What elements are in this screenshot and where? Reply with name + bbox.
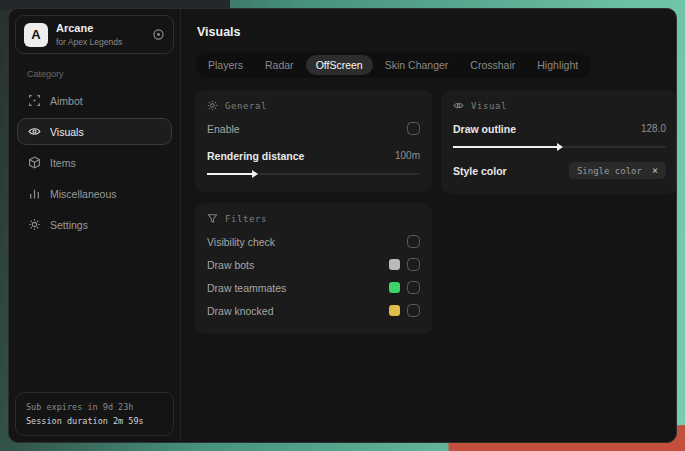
general-card: General Enable Rendering distance 100m xyxy=(195,90,432,192)
visual-card-header: Visual xyxy=(453,100,666,111)
draw-outline-value: 128.0 xyxy=(641,123,666,134)
bars-icon xyxy=(28,187,41,200)
eye-icon xyxy=(28,125,41,138)
box-icon xyxy=(28,156,41,169)
draw-teammates-row: Draw teammates xyxy=(207,276,420,299)
rendering-distance-slider[interactable] xyxy=(207,169,420,180)
visibility-check-label: Visibility check xyxy=(207,236,275,248)
session-duration-text: Session duration 2m 59s xyxy=(26,414,163,428)
visual-card: Visual Draw outline 128.0 Style color Si… xyxy=(441,90,677,194)
tab-bar: Players Radar OffScreen Skin Changer Cro… xyxy=(195,52,591,78)
app-title-block: Arcane for Apex Legends xyxy=(56,22,122,47)
tab-highlight[interactable]: Highlight xyxy=(527,55,588,75)
draw-knocked-checkbox[interactable] xyxy=(407,304,420,317)
sidebar-item-items[interactable]: Items xyxy=(17,149,172,176)
main-panel: Visuals Players Radar OffScreen Skin Cha… xyxy=(181,9,677,442)
tab-players[interactable]: Players xyxy=(198,55,253,75)
tab-offscreen[interactable]: OffScreen xyxy=(306,55,373,75)
app-logo: A xyxy=(24,23,48,47)
sidebar: A Arcane for Apex Legends Category Aimbo… xyxy=(9,9,181,442)
sidebar-item-label: Miscellaneous xyxy=(50,188,117,200)
sidebar-item-label: Settings xyxy=(50,219,88,231)
draw-bots-checkbox[interactable] xyxy=(407,258,420,271)
visibility-check-checkbox[interactable] xyxy=(407,235,420,248)
style-color-label: Style color xyxy=(453,165,507,177)
category-label: Category xyxy=(27,69,174,79)
close-icon[interactable]: × xyxy=(652,166,658,176)
sidebar-item-settings[interactable]: Settings xyxy=(17,211,172,238)
visual-card-title: Visual xyxy=(471,101,507,111)
draw-outline-slider[interactable] xyxy=(453,142,666,153)
crosshair-icon xyxy=(28,94,41,107)
draw-teammates-checkbox[interactable] xyxy=(407,281,420,294)
draw-outline-label: Draw outline xyxy=(453,123,516,135)
rendering-distance-row: Rendering distance 100m xyxy=(207,144,420,167)
tab-radar[interactable]: Radar xyxy=(255,55,304,75)
draw-bots-row: Draw bots xyxy=(207,253,420,276)
general-card-title: General xyxy=(225,101,267,111)
filters-card-title: Filters xyxy=(225,214,267,224)
sidebar-item-label: Aimbot xyxy=(50,95,83,107)
gear-icon xyxy=(28,218,41,231)
sun-icon xyxy=(207,100,218,111)
tab-crosshair[interactable]: Crosshair xyxy=(460,55,525,75)
sidebar-item-visuals[interactable]: Visuals xyxy=(17,118,172,145)
sidebar-item-aimbot[interactable]: Aimbot xyxy=(17,87,172,114)
sidebar-header-card: A Arcane for Apex Legends xyxy=(15,15,174,54)
app-name: Arcane xyxy=(56,22,122,35)
sidebar-item-miscellaneous[interactable]: Miscellaneous xyxy=(17,180,172,207)
cards-grid: General Enable Rendering distance 100m xyxy=(195,90,677,334)
rendering-distance-value: 100m xyxy=(395,150,420,161)
app-subtitle: for Apex Legends xyxy=(56,37,122,47)
draw-bots-label: Draw bots xyxy=(207,259,254,271)
style-color-select[interactable]: Single color × xyxy=(569,162,666,179)
draw-knocked-color-swatch[interactable] xyxy=(389,305,400,316)
style-color-value: Single color xyxy=(577,166,642,176)
draw-outline-row: Draw outline 128.0 xyxy=(453,117,666,140)
draw-knocked-row: Draw knocked xyxy=(207,299,420,322)
rendering-distance-label: Rendering distance xyxy=(207,150,304,162)
general-card-header: General xyxy=(207,100,420,111)
draw-teammates-label: Draw teammates xyxy=(207,282,286,294)
enable-row: Enable xyxy=(207,117,420,140)
visibility-check-row: Visibility check xyxy=(207,230,420,253)
tab-skin-changer[interactable]: Skin Changer xyxy=(375,55,459,75)
style-color-row: Style color Single color × xyxy=(453,159,666,182)
page-title: Visuals xyxy=(197,25,677,39)
filters-card: Filters Visibility check Draw bots xyxy=(195,203,432,334)
sub-expires-text: Sub expires in 9d 23h xyxy=(26,400,163,414)
target-icon[interactable] xyxy=(152,28,165,41)
draw-knocked-label: Draw knocked xyxy=(207,305,274,317)
draw-bots-color-swatch[interactable] xyxy=(389,259,400,270)
enable-checkbox[interactable] xyxy=(407,122,420,135)
app-window: A Arcane for Apex Legends Category Aimbo… xyxy=(8,8,677,443)
draw-teammates-color-swatch[interactable] xyxy=(389,282,400,293)
filters-card-header: Filters xyxy=(207,213,420,224)
slider-fill xyxy=(453,146,557,148)
subscription-info-card: Sub expires in 9d 23h Session duration 2… xyxy=(15,392,174,436)
sidebar-item-label: Visuals xyxy=(50,126,84,138)
slider-fill xyxy=(207,173,252,175)
enable-label: Enable xyxy=(207,123,240,135)
sidebar-item-label: Items xyxy=(50,157,76,169)
eye-icon xyxy=(453,100,464,111)
funnel-icon xyxy=(207,213,218,224)
